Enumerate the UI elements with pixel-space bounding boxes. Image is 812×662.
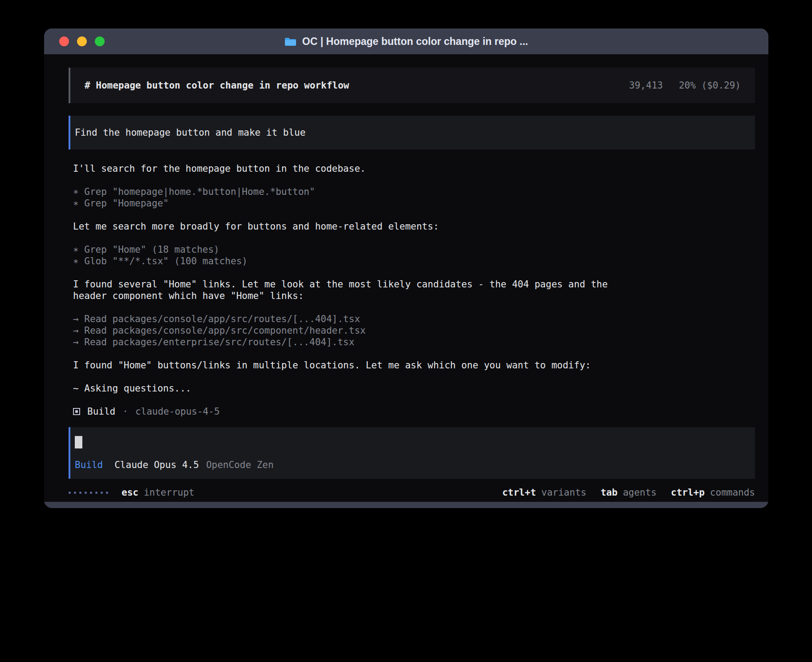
model-provider: OpenCode Zen: [206, 459, 274, 471]
separator-dot: ·: [122, 406, 128, 417]
terminal-window: OC | Homepage button color change in rep…: [44, 28, 768, 508]
build-agent-icon: [73, 408, 80, 415]
tool-call-line: → Read packages/console/app/src/componen…: [73, 325, 625, 336]
session-title: # Homepage button color change in repo w…: [85, 80, 349, 91]
traffic-lights: [59, 36, 105, 46]
tool-call-line: → Read packages/enterprise/src/routes/[.…: [73, 336, 625, 348]
shortcut-interrupt: esc interrupt: [122, 487, 195, 498]
prompt-input[interactable]: Build Claude Opus 4.5 OpenCode Zen: [69, 427, 755, 479]
tool-call-group: ∗ Grep "homepage|home.*button|Home.*butt…: [73, 186, 625, 209]
token-count: 39,413: [629, 80, 663, 91]
shortcut-agents: tab agents: [601, 487, 657, 498]
shortcut-variants: ctrl+t variants: [502, 487, 586, 498]
close-button[interactable]: [59, 36, 69, 46]
agent-name: Build: [87, 406, 115, 417]
spinner-dots: [69, 492, 108, 494]
shortcut-label: agents: [623, 487, 657, 498]
window-titlebar[interactable]: OC | Homepage button color change in rep…: [44, 28, 768, 54]
context-usage: 20% ($0.29): [679, 80, 741, 91]
user-message-text: Find the homepage button and make it blu…: [75, 127, 305, 138]
assistant-transcript: I'll search for the homepage button in t…: [73, 163, 625, 406]
input-status-line: Build Claude Opus 4.5 OpenCode Zen: [75, 459, 744, 471]
tool-call-line: ∗ Grep "Homepage": [73, 198, 625, 209]
transcript-line: I found several "Home" links. Let me loo…: [73, 279, 625, 302]
session-content: # Homepage button color change in repo w…: [44, 54, 768, 502]
status-bar: esc interrupt ctrl+t variants tab agents…: [69, 487, 755, 498]
assistant-paragraph: ~ Asking questions...: [73, 383, 625, 394]
zoom-button[interactable]: [95, 36, 105, 46]
session-stats: 39,413 20% ($0.29): [629, 80, 741, 91]
shortcut-key: ctrl+p: [671, 487, 705, 498]
status-bar-left: esc interrupt: [69, 487, 195, 498]
titlebar-center: OC | Homepage button color change in rep…: [284, 36, 528, 48]
shortcut-commands: ctrl+p commands: [671, 487, 755, 498]
shortcut-label: interrupt: [144, 487, 195, 498]
shortcut-key: esc: [122, 487, 138, 498]
session-header: # Homepage button color change in repo w…: [69, 68, 755, 103]
text-cursor: [75, 436, 82, 448]
folder-icon: [284, 37, 296, 46]
transcript-line: Let me search more broadly for buttons a…: [73, 221, 625, 232]
window-title: OC | Homepage button color change in rep…: [302, 36, 528, 48]
shortcut-label: commands: [710, 487, 755, 498]
agent-status-row: Build · claude-opus-4-5: [73, 406, 755, 417]
assistant-paragraph: I'll search for the homepage button in t…: [73, 163, 625, 174]
transcript-line: I found "Home" buttons/links in multiple…: [73, 359, 625, 371]
transcript-line: ~ Asking questions...: [73, 383, 625, 394]
tool-call-line: ∗ Grep "homepage|home.*button|Home.*butt…: [73, 186, 625, 198]
model-name: Claude Opus 4.5: [114, 459, 199, 471]
assistant-paragraph: Let me search more broadly for buttons a…: [73, 221, 625, 232]
tool-call-line: ∗ Grep "Home" (18 matches): [73, 244, 625, 255]
terminal-screen: # Homepage button color change in repo w…: [44, 54, 768, 502]
tool-call-group: → Read packages/console/app/src/routes/[…: [73, 313, 625, 348]
shortcut-label: variants: [541, 487, 586, 498]
minimize-button[interactable]: [77, 36, 87, 46]
tool-call-group: ∗ Grep "Home" (18 matches) ∗ Glob "**/*.…: [73, 244, 625, 267]
status-bar-right: ctrl+t variants tab agents ctrl+p comman…: [502, 487, 755, 498]
agent-selector[interactable]: Build: [75, 459, 103, 471]
assistant-paragraph: I found "Home" buttons/links in multiple…: [73, 359, 625, 371]
tool-call-line: → Read packages/console/app/src/routes/[…: [73, 313, 625, 325]
transcript-line: I'll search for the homepage button in t…: [73, 163, 625, 174]
shortcut-key: ctrl+t: [502, 487, 536, 498]
shortcut-key: tab: [601, 487, 617, 498]
agent-model: claude-opus-4-5: [135, 406, 220, 417]
user-message: Find the homepage button and make it blu…: [69, 116, 755, 149]
assistant-paragraph: I found several "Home" links. Let me loo…: [73, 279, 625, 302]
tool-call-line: ∗ Glob "**/*.tsx" (100 matches): [73, 255, 625, 267]
